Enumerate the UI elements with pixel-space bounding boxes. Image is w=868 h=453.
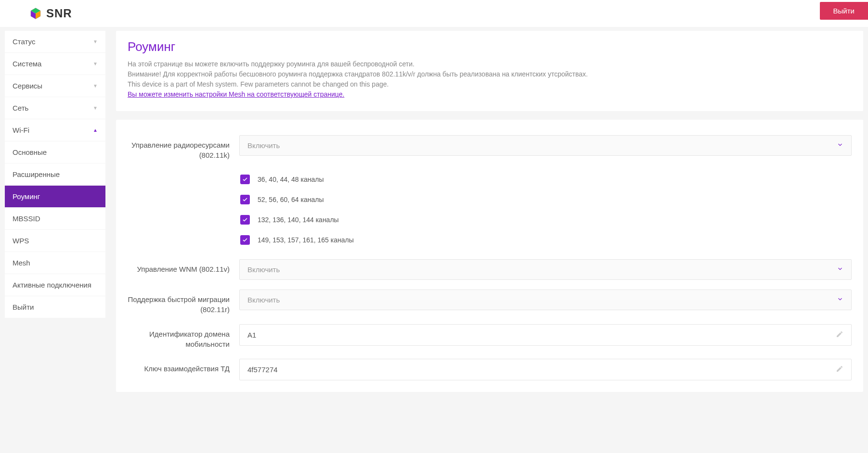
chevron-down-icon: ▼ (93, 83, 98, 88)
channel-checkbox-item: 132, 136, 140, 144 каналы (239, 215, 852, 225)
input-value: 4f577274 (247, 365, 278, 374)
checkbox-label: 149, 153, 157, 161, 165 каналы (258, 236, 354, 244)
sidebar-label: Система (13, 60, 41, 68)
sidebar-label: Mesh (13, 259, 30, 267)
brand-text: SNR (46, 7, 72, 20)
key-input[interactable]: 4f577274 (239, 359, 852, 380)
sidebar-item-basic[interactable]: Основные (5, 141, 105, 163)
channel-checkbox-item: 36, 40, 44, 48 каналы (239, 175, 852, 184)
sidebar-item-system[interactable]: Система▼ (5, 53, 105, 75)
desc-line: Внимание! Для корректной работы бесшовно… (128, 69, 852, 79)
sidebar-label: Сервисы (13, 82, 42, 90)
rrm-select[interactable]: Включить (239, 135, 852, 156)
chevron-down-icon (837, 141, 843, 150)
sidebar-item-roaming[interactable]: Роуминг (5, 186, 105, 207)
chevron-down-icon (837, 296, 843, 304)
sidebar-label: WPS (13, 237, 29, 245)
chevron-up-icon: ▲ (93, 127, 98, 133)
domain-label: Идентификатор домена мобильности (128, 324, 239, 349)
title-card: Роуминг На этой странице вы можете включ… (116, 31, 863, 111)
form-card: Управление радиоресурсами (802.11k) Вклю… (116, 120, 863, 392)
checkbox[interactable] (240, 195, 250, 204)
page-title: Роуминг (128, 39, 852, 54)
sidebar-label: Сеть (13, 104, 28, 112)
sidebar-item-status[interactable]: Статус▼ (5, 31, 105, 52)
checkbox[interactable] (240, 175, 250, 184)
sidebar-item-services[interactable]: Сервисы▼ (5, 75, 105, 97)
checkbox[interactable] (240, 235, 250, 245)
channel-checkbox-list: 36, 40, 44, 48 каналы 52, 56, 60, 64 кан… (239, 170, 852, 245)
brand-logo: SNR (29, 7, 72, 20)
sidebar-label: MBSSID (13, 214, 40, 223)
checkbox-label: 36, 40, 44, 48 каналы (258, 176, 324, 183)
ft-select[interactable]: Включить (239, 289, 852, 310)
main-content: Роуминг На этой странице вы можете включ… (116, 31, 863, 401)
sidebar-label: Wi-Fi (13, 126, 29, 134)
sidebar-item-active-connections[interactable]: Активные подключения (5, 274, 105, 296)
channel-checkbox-item: 52, 56, 60, 64 каналы (239, 195, 852, 204)
desc-line: На этой странице вы можете включить подд… (128, 59, 852, 69)
sidebar-label: Выйти (13, 303, 34, 311)
page-description: На этой странице вы можете включить подд… (128, 59, 852, 100)
sidebar-label: Активные подключения (13, 281, 91, 289)
sidebar-item-logout[interactable]: Выйти (5, 296, 105, 318)
wnm-select[interactable]: Включить (239, 259, 852, 280)
logout-button[interactable]: Выйти (820, 2, 868, 20)
chevron-down-icon: ▼ (93, 61, 98, 66)
domain-input[interactable]: A1 (239, 324, 852, 346)
rrm-label: Управление радиоресурсами (802.11k) (128, 135, 239, 160)
sidebar-item-mesh[interactable]: Mesh (5, 252, 105, 274)
header: SNR Выйти (0, 0, 868, 27)
chevron-down-icon (837, 265, 843, 274)
sidebar-label: Основные (13, 148, 47, 156)
sidebar-label: Расширенные (13, 170, 60, 178)
input-value: A1 (247, 331, 256, 339)
sidebar-item-wps[interactable]: WPS (5, 230, 105, 252)
desc-line: This device is a part of Mesh system. Fe… (128, 79, 852, 89)
channel-checkbox-item: 149, 153, 157, 161, 165 каналы (239, 235, 852, 245)
key-label: Ключ взаимодействия ТД (128, 359, 239, 374)
sidebar-label: Роуминг (13, 192, 40, 201)
edit-icon[interactable] (836, 365, 843, 374)
sidebar-item-network[interactable]: Сеть▼ (5, 97, 105, 119)
wnm-label: Управление WNM (802.11v) (128, 259, 239, 274)
mesh-settings-link[interactable]: Вы можете изменить настройки Mesh на соо… (128, 90, 344, 98)
sidebar-item-wifi[interactable]: Wi-Fi▲ (5, 119, 105, 141)
select-value: Включить (247, 296, 280, 304)
checkbox-label: 132, 136, 140, 144 каналы (258, 216, 339, 224)
checkbox[interactable] (240, 215, 250, 225)
select-value: Включить (247, 265, 280, 274)
sidebar-label: Статус (13, 38, 35, 46)
checkbox-label: 52, 56, 60, 64 каналы (258, 196, 324, 203)
chevron-down-icon: ▼ (93, 105, 98, 111)
sidebar-item-mbssid[interactable]: MBSSID (5, 208, 105, 229)
select-value: Включить (247, 141, 280, 150)
chevron-down-icon: ▼ (93, 39, 98, 44)
logo-icon (29, 7, 42, 20)
sidebar: Статус▼ Система▼ Сервисы▼ Сеть▼ Wi-Fi▲ О… (5, 31, 105, 401)
edit-icon[interactable] (836, 330, 843, 340)
sidebar-item-advanced[interactable]: Расширенные (5, 164, 105, 185)
ft-label: Поддержка быстрой миграции (802.11r) (128, 289, 239, 315)
